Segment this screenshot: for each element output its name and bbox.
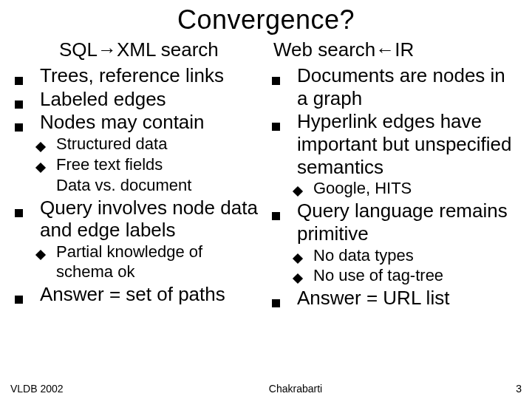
- list-subitem: Free text fields: [7, 155, 259, 175]
- square-bullet-icon: [7, 197, 40, 242]
- square-bullet-icon: [265, 287, 297, 310]
- diamond-bullet-icon: [37, 134, 56, 154]
- footer-center: Chakrabarti: [99, 383, 492, 395]
- list-subitem: Structured data: [7, 134, 259, 154]
- diamond-bullet-icon: [294, 179, 313, 199]
- list-text: Google, HITS: [313, 179, 516, 199]
- list-text: Trees, reference links: [40, 64, 259, 87]
- list-text: Answer = URL list: [297, 287, 516, 310]
- square-bullet-icon: [7, 111, 40, 134]
- list-item: Nodes may contain: [7, 111, 259, 134]
- footer-left: VLDB 2002: [10, 383, 99, 395]
- diamond-bullet-icon: [294, 246, 313, 266]
- square-bullet-icon: [265, 200, 297, 245]
- list-text: Hyperlink edges have important but unspe…: [297, 110, 516, 178]
- list-item: Answer = URL list: [265, 287, 516, 310]
- list-text: Data vs. document: [56, 176, 259, 196]
- diamond-bullet-icon: [37, 242, 56, 282]
- list-text: No use of tag-tree: [313, 266, 516, 286]
- square-bullet-icon: [7, 88, 40, 111]
- slide-title: Convergence?: [0, 0, 532, 35]
- list-text: Nodes may contain: [40, 111, 259, 134]
- list-text: Partial knowledge of schema ok: [56, 242, 259, 282]
- diamond-bullet-icon: [294, 266, 313, 286]
- list-item: Labeled edges: [7, 88, 259, 111]
- list-item: Query involves node data and edge labels: [7, 197, 259, 242]
- list-text: Query language remains primitive: [297, 200, 516, 245]
- list-subitem: No use of tag-tree: [265, 266, 516, 286]
- footer-page-number: 3: [492, 383, 522, 395]
- left-column: SQL→XML search Trees, reference links La…: [3, 38, 262, 310]
- square-bullet-icon: [265, 64, 297, 109]
- list-subitem: Partial knowledge of schema ok: [7, 242, 259, 282]
- footer: VLDB 2002 Chakrabarti 3: [0, 383, 532, 395]
- columns: SQL→XML search Trees, reference links La…: [0, 38, 532, 310]
- list-text: Structured data: [56, 134, 259, 154]
- slide: Convergence? SQL→XML search Trees, refer…: [0, 0, 532, 399]
- square-bullet-icon: [7, 283, 40, 306]
- diamond-bullet-icon: [37, 155, 56, 175]
- list-subitem: No data types: [265, 246, 516, 266]
- list-item: Documents are nodes in a graph: [265, 64, 516, 109]
- list-text: Answer = set of paths: [40, 283, 259, 306]
- list-text: Free text fields: [56, 155, 259, 175]
- list-item: Trees, reference links: [7, 64, 259, 87]
- list-text: Query involves node data and edge labels: [40, 197, 259, 242]
- square-bullet-icon: [265, 110, 297, 178]
- square-bullet-icon: [7, 64, 40, 87]
- right-heading: Web search←IR: [265, 38, 516, 61]
- left-heading: SQL→XML search: [7, 38, 259, 61]
- list-item: Answer = set of paths: [7, 283, 259, 306]
- list-text: Labeled edges: [40, 88, 259, 111]
- list-subitem: Google, HITS: [265, 179, 516, 199]
- right-column: Web search←IR Documents are nodes in a g…: [262, 38, 529, 310]
- list-item: Hyperlink edges have important but unspe…: [265, 110, 516, 178]
- list-subitem: Data vs. document: [7, 176, 259, 196]
- list-text: Documents are nodes in a graph: [297, 64, 516, 109]
- list-item: Query language remains primitive: [265, 200, 516, 245]
- list-text: No data types: [313, 246, 516, 266]
